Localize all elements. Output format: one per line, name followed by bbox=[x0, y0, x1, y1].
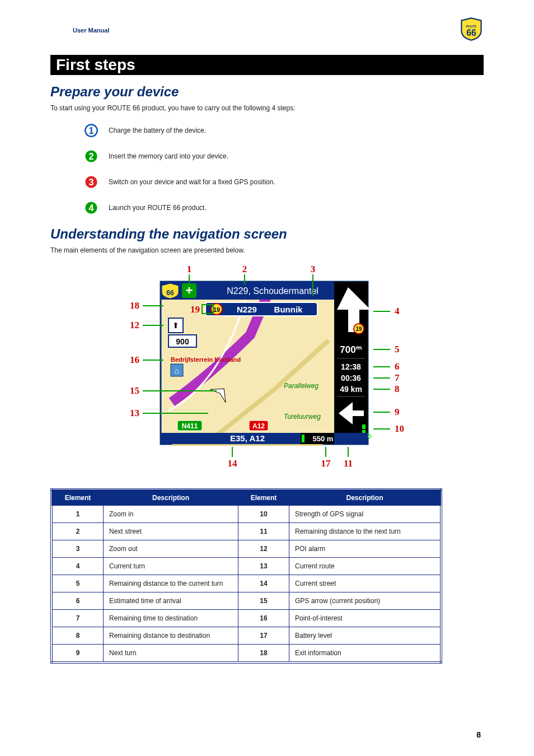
svg-text:10: 10 bbox=[395, 423, 404, 434]
navigation-screenshot: 66 + − N229, Schoudermantel 19 N229 Bunn… bbox=[127, 262, 407, 475]
step-3: 3 Switch on your device and wait for a f… bbox=[84, 175, 484, 189]
svg-text:19: 19 bbox=[213, 306, 220, 313]
elements-table: Element Description Element Description … bbox=[50, 488, 442, 664]
svg-text:+: + bbox=[186, 283, 193, 297]
cell-desc: Estimated time of arrival bbox=[104, 592, 238, 610]
svg-text:7: 7 bbox=[395, 372, 400, 383]
cell-idx: 17 bbox=[238, 627, 289, 645]
cell-idx: 10 bbox=[238, 506, 289, 523]
cell-idx: 13 bbox=[238, 558, 289, 575]
cell-idx: 8 bbox=[51, 627, 104, 645]
cell-desc: Point-of-interest bbox=[289, 610, 442, 627]
svg-text:9: 9 bbox=[395, 407, 400, 417]
step-1-text: Charge the battery of the device. bbox=[109, 127, 206, 134]
svg-text:6: 6 bbox=[395, 361, 400, 372]
cell-desc: Zoom in bbox=[104, 506, 238, 523]
svg-text:Parallelweg: Parallelweg bbox=[284, 382, 318, 390]
cell-idx: 1 bbox=[51, 506, 104, 523]
svg-text:19: 19 bbox=[355, 326, 362, 332]
cell-idx: 14 bbox=[238, 575, 289, 592]
numbered-4-icon: 4 bbox=[84, 200, 99, 215]
th-element-2: Element bbox=[238, 489, 289, 506]
cell-desc: Remaining distance to destination bbox=[104, 627, 238, 645]
svg-text:11: 11 bbox=[344, 458, 353, 469]
cell-idx: 2 bbox=[51, 523, 104, 540]
cell-desc: Current turn bbox=[104, 558, 238, 575]
svg-text:3: 3 bbox=[88, 177, 93, 187]
understand-intro: The main elements of the navigation scre… bbox=[50, 246, 484, 254]
svg-text:13: 13 bbox=[130, 408, 139, 418]
svg-text:66: 66 bbox=[166, 289, 174, 297]
svg-text:16: 16 bbox=[130, 354, 139, 365]
svg-text:5: 5 bbox=[395, 344, 400, 354]
svg-text:00:36: 00:36 bbox=[341, 374, 361, 382]
section-title-bar: First steps bbox=[50, 55, 484, 75]
svg-text:N229, Schoudermantel: N229, Schoudermantel bbox=[227, 286, 318, 296]
svg-text:1: 1 bbox=[88, 125, 93, 136]
cell-idx: 7 bbox=[51, 610, 104, 627]
cell-idx: 5 bbox=[51, 575, 104, 592]
cell-desc: Current route bbox=[289, 558, 442, 575]
cell-desc: Battery level bbox=[289, 627, 442, 645]
svg-text:⬆: ⬆ bbox=[172, 321, 179, 330]
table-row: 3 Zoom out 12 POI alarm bbox=[51, 540, 441, 558]
prepare-intro: To start using your ROUTE 66 product, yo… bbox=[50, 104, 484, 112]
svg-text:2: 2 bbox=[242, 264, 247, 274]
th-element-1: Element bbox=[51, 489, 104, 506]
numbered-3-icon: 3 bbox=[84, 175, 99, 189]
table-row: 4 Current turn 13 Current route bbox=[51, 558, 441, 575]
svg-text:N229: N229 bbox=[237, 305, 257, 314]
table-row: 9 Next turn 18 Exit information bbox=[51, 645, 441, 663]
cell-desc: GPS arrow (current position) bbox=[289, 592, 442, 610]
svg-text:66: 66 bbox=[466, 28, 476, 38]
svg-text:Bunnik: Bunnik bbox=[274, 305, 303, 314]
cell-idx: 15 bbox=[238, 592, 289, 610]
svg-text:49 km: 49 km bbox=[340, 385, 362, 394]
svg-text:900: 900 bbox=[176, 337, 189, 346]
cell-desc: Next turn bbox=[104, 645, 238, 663]
svg-text:8: 8 bbox=[395, 384, 400, 394]
route66-logo: ROUTE 66 bbox=[459, 17, 484, 44]
svg-text:4: 4 bbox=[88, 203, 93, 213]
cell-desc: Remaining time to destination bbox=[104, 610, 238, 627]
cell-desc: POI alarm bbox=[289, 540, 442, 558]
svg-text:ROUTE: ROUTE bbox=[466, 25, 477, 28]
svg-text:4: 4 bbox=[395, 306, 400, 316]
cell-desc: Zoom out bbox=[104, 540, 238, 558]
th-description-1: Description bbox=[104, 489, 238, 506]
svg-text:E35, A12: E35, A12 bbox=[230, 433, 265, 443]
svg-text:700ᵐ: 700ᵐ bbox=[340, 344, 362, 355]
table-row: 1 Zoom in 10 Strength of GPS signal bbox=[51, 506, 441, 523]
cell-desc: Next street bbox=[104, 523, 238, 540]
step-4: 4 Launch your ROUTE 66 product. bbox=[84, 200, 484, 215]
usermanual-label: User Manual bbox=[50, 27, 109, 34]
cell-desc: Remaining distance to the next turn bbox=[289, 523, 442, 540]
cell-idx: 9 bbox=[51, 645, 104, 663]
cell-desc: Current street bbox=[289, 575, 442, 592]
svg-text:12: 12 bbox=[130, 320, 139, 330]
table-row: 8 Remaining distance to destination 17 B… bbox=[51, 627, 441, 645]
svg-text:550 m: 550 m bbox=[313, 435, 334, 443]
step-2-text: Insert the memory card into your device. bbox=[109, 152, 228, 160]
svg-text:Bedrijfsterrein Kooiland: Bedrijfsterrein Kooiland bbox=[171, 356, 241, 363]
svg-text:2: 2 bbox=[88, 151, 93, 161]
understand-heading: Understanding the navigation screen bbox=[50, 226, 484, 242]
cell-idx: 3 bbox=[51, 540, 104, 558]
svg-text:15: 15 bbox=[130, 385, 139, 396]
th-description-2: Description bbox=[289, 489, 442, 506]
table-row: 5 Remaining distance to the current turn… bbox=[51, 575, 441, 592]
table-row: 6 Estimated time of arrival 15 GPS arrow… bbox=[51, 592, 441, 610]
svg-text:19: 19 bbox=[190, 304, 200, 315]
svg-text:3: 3 bbox=[311, 264, 316, 274]
cell-idx: 4 bbox=[51, 558, 104, 575]
cell-idx: 6 bbox=[51, 592, 104, 610]
cell-idx: 11 bbox=[238, 523, 289, 540]
table-row: 7 Remaining time to destination 16 Point… bbox=[51, 610, 441, 627]
step-1: 1 Charge the battery of the device. bbox=[84, 123, 484, 138]
svg-text:18: 18 bbox=[130, 300, 139, 311]
cell-idx: 16 bbox=[238, 610, 289, 627]
svg-text:⌂: ⌂ bbox=[175, 366, 179, 375]
cell-desc: Remaining distance to the current turn bbox=[104, 575, 238, 592]
page-number: 8 bbox=[476, 730, 481, 739]
cell-desc: Strength of GPS signal bbox=[289, 506, 442, 523]
